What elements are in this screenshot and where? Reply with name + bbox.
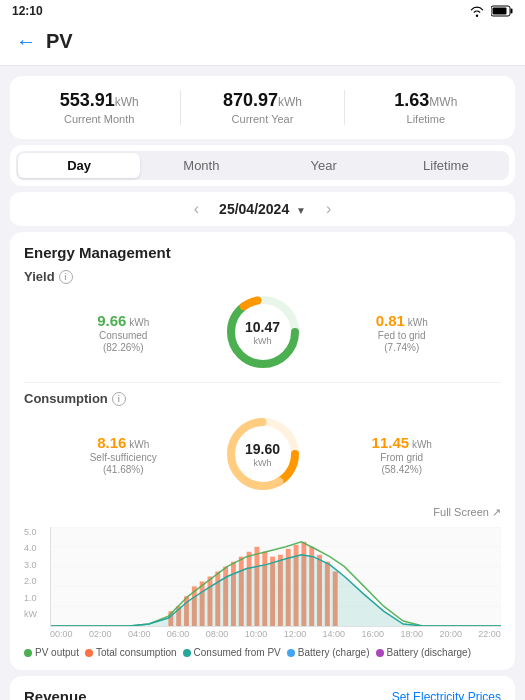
legend-consumed-pv: Consumed from PV: [183, 647, 281, 658]
summary-value-lifetime: 1.63: [394, 90, 429, 110]
yield-donut: 10.47 kWh: [223, 292, 303, 372]
consumption-self-pct: (41.68%): [24, 464, 223, 475]
set-electricity-prices-button[interactable]: Set Electricity Prices: [392, 690, 501, 701]
chart-fullscreen-link[interactable]: Full Screen ↗: [24, 504, 501, 523]
legend-battery-charge: Battery (charge): [287, 647, 370, 658]
wifi-icon: [469, 5, 485, 17]
tab-year[interactable]: Year: [263, 153, 385, 178]
svg-rect-2: [493, 8, 507, 15]
consumption-center-unit: kWh: [245, 457, 280, 467]
yield-center-unit: kWh: [245, 335, 280, 345]
consumption-donut-center: 19.60 kWh: [245, 441, 280, 468]
yield-grid-stat: 0.81 kWh Fed to grid (7.74%): [303, 312, 502, 353]
header: ← PV: [0, 22, 525, 66]
legend-pv-output-dot: [24, 649, 32, 657]
consumption-grid-stat: 11.45 kWh From grid (58.42%): [303, 434, 502, 475]
tab-month[interactable]: Month: [140, 153, 262, 178]
yield-consumption-divider: [24, 382, 501, 383]
yield-grid-value: 0.81: [376, 312, 405, 329]
revenue-title: Revenue: [24, 688, 87, 700]
battery-icon: [491, 5, 513, 17]
date-caret-icon: ▼: [293, 205, 306, 216]
legend-total-consumption: Total consumption: [85, 647, 177, 658]
page-title: PV: [46, 30, 73, 53]
summary-value-month: 553.91: [60, 90, 115, 110]
summary-label-year: Current Year: [181, 113, 343, 125]
summary-value-year: 870.97: [223, 90, 278, 110]
yield-grid-label: Fed to grid: [303, 330, 502, 341]
yield-grid-unit: kWh: [405, 317, 428, 328]
back-button[interactable]: ←: [16, 30, 36, 53]
yield-consumed-value: 9.66: [97, 312, 126, 329]
consumption-self-unit: kWh: [126, 439, 149, 450]
status-time: 12:10: [12, 4, 43, 18]
summary-unit-year: kWh: [278, 95, 302, 109]
consumption-grid-pct: (58.42%): [303, 464, 502, 475]
date-display[interactable]: 25/04/2024 ▼: [219, 201, 306, 217]
consumption-center-value: 19.60: [245, 441, 280, 458]
yield-consumed-label: Consumed: [24, 330, 223, 341]
chart-legend: PV output Total consumption Consumed fro…: [24, 647, 501, 658]
yield-row: 9.66 kWh Consumed (82.26%) 10.47 kWh 0.8…: [24, 292, 501, 372]
consumption-grid-unit: kWh: [409, 439, 432, 450]
yield-donut-center: 10.47 kWh: [245, 319, 280, 346]
energy-chart: [50, 527, 501, 627]
date-prev-button[interactable]: ‹: [174, 200, 219, 218]
summary-item-lifetime: 1.63MWh Lifetime: [344, 90, 507, 125]
consumption-self-stat: 8.16 kWh Self-sufficiency (41.68%): [24, 434, 223, 475]
consumption-self-label: Self-sufficiency: [24, 452, 223, 463]
revenue-header: Revenue Set Electricity Prices: [24, 688, 501, 700]
summary-unit-month: kWh: [115, 95, 139, 109]
consumption-grid-label: From grid: [303, 452, 502, 463]
yield-consumed-pct: (82.26%): [24, 342, 223, 353]
consumption-grid-value: 11.45: [372, 434, 410, 451]
summary-item-month: 553.91kWh Current Month: [18, 90, 180, 125]
svg-rect-1: [511, 9, 513, 14]
tabs: Day Month Year Lifetime: [16, 151, 509, 180]
status-bar: 12:10: [0, 0, 525, 22]
consumption-info-icon[interactable]: i: [112, 392, 126, 406]
consumption-subsection-title: Consumption i: [24, 391, 501, 406]
chart-y-labels: 5.0 4.0 3.0 2.0 1.0 kW: [24, 527, 50, 619]
legend-total-consumption-dot: [85, 649, 93, 657]
consumption-row: 8.16 kWh Self-sufficiency (41.68%) 19.60…: [24, 414, 501, 494]
summary-item-year: 870.97kWh Current Year: [180, 90, 343, 125]
consumption-donut: 19.60 kWh: [223, 414, 303, 494]
revenue-card: Revenue Set Electricity Prices Total rev…: [10, 676, 515, 700]
date-nav: ‹ 25/04/2024 ▼ ›: [10, 192, 515, 226]
summary-card: 553.91kWh Current Month 870.97kWh Curren…: [10, 76, 515, 139]
tab-day[interactable]: Day: [18, 153, 140, 178]
chart-x-labels: 00:00 02:00 04:00 06:00 08:00 10:00 12:0…: [50, 629, 501, 639]
yield-grid-pct: (7.74%): [303, 342, 502, 353]
energy-management-title: Energy Management: [24, 244, 501, 261]
legend-battery-discharge-dot: [376, 649, 384, 657]
yield-center-value: 10.47: [245, 319, 280, 336]
tabs-container: Day Month Year Lifetime: [10, 145, 515, 186]
energy-chart-svg: [51, 527, 501, 626]
summary-unit-lifetime: MWh: [429, 95, 457, 109]
yield-consumed-stat: 9.66 kWh Consumed (82.26%): [24, 312, 223, 353]
consumption-self-value: 8.16: [97, 434, 126, 451]
tab-lifetime[interactable]: Lifetime: [385, 153, 507, 178]
legend-pv-output: PV output: [24, 647, 79, 658]
yield-consumed-unit: kWh: [126, 317, 149, 328]
energy-management-card: Energy Management Yield i 9.66 kWh Consu…: [10, 232, 515, 670]
date-next-button[interactable]: ›: [306, 200, 351, 218]
legend-consumed-pv-dot: [183, 649, 191, 657]
summary-label-month: Current Month: [18, 113, 180, 125]
yield-subsection-title: Yield i: [24, 269, 501, 284]
legend-battery-discharge: Battery (discharge): [376, 647, 471, 658]
consumption-section: Consumption i 8.16 kWh Self-sufficiency …: [24, 391, 501, 494]
yield-section: Yield i 9.66 kWh Consumed (82.26%) 10.47…: [24, 269, 501, 372]
yield-info-icon[interactable]: i: [59, 270, 73, 284]
energy-chart-container: 5.0 4.0 3.0 2.0 1.0 kW: [24, 527, 501, 639]
summary-label-lifetime: Lifetime: [345, 113, 507, 125]
legend-battery-charge-dot: [287, 649, 295, 657]
